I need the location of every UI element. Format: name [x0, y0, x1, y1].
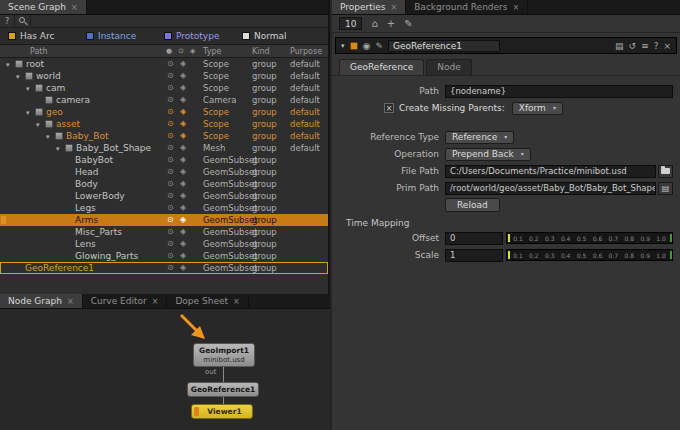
help-icon[interactable]: ?: [654, 41, 659, 51]
visibility-icon[interactable]: ◈: [180, 94, 186, 106]
path-input[interactable]: {nodename}: [445, 85, 673, 98]
visibility-icon[interactable]: ◈: [180, 82, 186, 94]
visibility-icon[interactable]: ◈: [180, 154, 186, 166]
node-georeference1[interactable]: GeoReference1: [187, 382, 259, 397]
tab-scene-graph[interactable]: Scene Graph×: [0, 0, 87, 14]
render-toggle-icon[interactable]: ⊙: [167, 202, 174, 214]
render-toggle-icon[interactable]: ⊙: [167, 106, 174, 118]
edit-node-icon[interactable]: ✎: [375, 41, 383, 51]
visibility-icon[interactable]: ◈: [180, 58, 186, 70]
column-purpose[interactable]: Purpose: [290, 47, 322, 56]
filter-help-button[interactable]: ?: [0, 15, 15, 28]
close-icon[interactable]: ×: [67, 297, 74, 306]
operation-dropdown[interactable]: Prepend Back ▾: [445, 148, 531, 161]
tree-row-cam[interactable]: ▾cam⊙◈Scopegroupdefault: [0, 82, 328, 94]
tree-row-georeference1[interactable]: GeoReference1⊙◈GeomSubsetgroup: [0, 262, 328, 274]
render-toggle-icon[interactable]: ⊙: [167, 166, 174, 178]
render-toggle-icon[interactable]: ⊙: [167, 82, 174, 94]
edit-icon[interactable]: ✎: [404, 18, 412, 29]
node-geoimport1[interactable]: GeoImport1 minibot.usd: [193, 343, 255, 367]
tree-row-legs[interactable]: Legs⊙◈GeomSubsetgroup: [0, 202, 328, 214]
visibility-icon[interactable]: ◈: [180, 226, 186, 238]
render-toggle-icon[interactable]: ⊙: [167, 250, 174, 262]
render-toggle-icon[interactable]: ⊙: [167, 238, 174, 250]
close-icon[interactable]: ×: [71, 3, 78, 12]
column-kind[interactable]: Kind: [252, 47, 270, 56]
param-tab-node[interactable]: Node: [426, 59, 472, 75]
close-icon[interactable]: ×: [233, 297, 240, 306]
tree-row-babybot[interactable]: BabyBot⊙◈GeomSubsetgroup: [0, 154, 328, 166]
reset-icon[interactable]: ↺: [629, 41, 637, 51]
column-path[interactable]: Path: [30, 47, 48, 56]
search-icon[interactable]: [15, 15, 31, 28]
tree-row-baby-bot-shape[interactable]: ▾Baby_Bot_Shape⊙◈Meshgroupdefault: [0, 142, 328, 154]
close-icon[interactable]: ×: [152, 297, 159, 306]
node-graph-canvas[interactable]: GeoImport1 minibot.usd out GeoReference1…: [0, 309, 330, 430]
column-type[interactable]: Type: [203, 47, 221, 56]
visibility-icon[interactable]: ◈: [180, 106, 186, 118]
visibility-icon[interactable]: ◈: [180, 214, 186, 226]
node-name-field[interactable]: GeoReference1: [388, 40, 500, 52]
visibility-icon[interactable]: ◈: [180, 238, 186, 250]
render-toggle-icon[interactable]: ⊙: [167, 178, 174, 190]
file-path-input[interactable]: C:/Users/Documents/Practice/minibot.usd: [445, 165, 656, 178]
scenegraph-pick-button[interactable]: ▤: [658, 182, 673, 195]
render-toggle-icon[interactable]: ⊙: [167, 226, 174, 238]
create-missing-checkbox[interactable]: ×: [384, 103, 394, 113]
tree-row-lowerbody[interactable]: LowerBody⊙◈GeomSubsetgroup: [0, 190, 328, 202]
render-toggle-icon[interactable]: ⊙: [167, 130, 174, 142]
visibility-icon[interactable]: ◈: [180, 190, 186, 202]
offset-slider[interactable]: 0.10.20.30.40.50.60.70.80.91.0: [506, 232, 673, 244]
visibility-icon[interactable]: ◈: [180, 130, 186, 142]
visibility-icon[interactable]: ◈: [180, 142, 186, 154]
tree-row-lens[interactable]: Lens⊙◈GeomSubsetgroup: [0, 238, 328, 250]
tree-row-arms[interactable]: Arms⊙◈GeomSubsetgroup: [0, 214, 328, 226]
render-toggle-icon[interactable]: ⊙: [167, 190, 174, 202]
tree-row-glowing-parts[interactable]: Glowing_Parts⊙◈GeomSubsetgroup: [0, 250, 328, 262]
tab-background-renders[interactable]: Background Renders×: [406, 0, 528, 14]
add-icon[interactable]: +: [387, 18, 395, 29]
scale-value-field[interactable]: 1: [445, 249, 503, 262]
tree-row-world[interactable]: ▾world⊙◈Scopegroupdefault: [0, 70, 328, 82]
reference-type-dropdown[interactable]: Reference ▾: [445, 131, 514, 144]
render-toggle-icon[interactable]: ⊙: [167, 58, 174, 70]
param-tab-georeference[interactable]: GeoReference: [339, 59, 424, 75]
render-toggle-icon[interactable]: ⊙: [167, 142, 174, 154]
node-viewer1[interactable]: Viewer1: [191, 404, 253, 419]
close-icon[interactable]: ×: [390, 3, 397, 12]
stack-icon[interactable]: ▤: [615, 41, 624, 51]
tree-row-misc-parts[interactable]: Misc_Parts⊙◈GeomSubsetgroup: [0, 226, 328, 238]
visibility-icon[interactable]: ◈: [180, 178, 186, 190]
render-toggle-icon[interactable]: ⊙: [167, 94, 174, 106]
render-toggle-icon[interactable]: ⊙: [167, 214, 174, 226]
visibility-icon[interactable]: ◈: [180, 70, 186, 82]
tab-dope-sheet[interactable]: Dope Sheet×: [167, 294, 248, 308]
visibility-icon[interactable]: ◈: [180, 166, 186, 178]
tab-curve-editor[interactable]: Curve Editor×: [83, 294, 168, 308]
create-missing-dropdown[interactable]: Xform ▾: [512, 102, 563, 115]
offset-value-field[interactable]: 0: [445, 232, 503, 245]
render-toggle-icon[interactable]: ⊙: [167, 118, 174, 130]
tree-row-geo[interactable]: ▾geo⊙◈Scopegroupdefault: [0, 106, 328, 118]
render-toggle-icon[interactable]: ⊙: [167, 70, 174, 82]
render-toggle-icon[interactable]: ⊙: [167, 262, 174, 274]
tree-row-asset[interactable]: ▾asset⊙◈Scopegroupdefault: [0, 118, 328, 130]
render-toggle-icon[interactable]: ⊙: [167, 154, 174, 166]
browse-file-button[interactable]: [658, 165, 673, 178]
tree-row-root[interactable]: ▾root⊙◈Scopegroupdefault: [0, 58, 328, 70]
menu-icon[interactable]: ≡: [641, 41, 649, 51]
home-icon[interactable]: ⌂: [371, 18, 377, 29]
frame-number-field[interactable]: 10: [339, 17, 362, 30]
visibility-icon[interactable]: ◈: [180, 118, 186, 130]
tab-node-graph[interactable]: Node Graph×: [0, 294, 83, 308]
visibility-icon[interactable]: ◈: [180, 250, 186, 262]
scale-slider[interactable]: 0.10.20.30.40.50.60.70.80.91.0: [506, 249, 673, 261]
visibility-icon[interactable]: ◈: [180, 202, 186, 214]
close-icon[interactable]: ×: [663, 41, 671, 51]
tree-row-baby-bot[interactable]: ▾Baby_Bot⊙◈Scopegroupdefault: [0, 130, 328, 142]
tree-row-head[interactable]: Head⊙◈GeomSubsetgroup: [0, 166, 328, 178]
collapse-wedge-icon[interactable]: ▾: [341, 42, 345, 50]
visibility-icon[interactable]: ◈: [180, 262, 186, 274]
reload-button[interactable]: Reload: [445, 198, 500, 212]
tree-row-camera[interactable]: camera⊙◈Cameragroupdefault: [0, 94, 328, 106]
